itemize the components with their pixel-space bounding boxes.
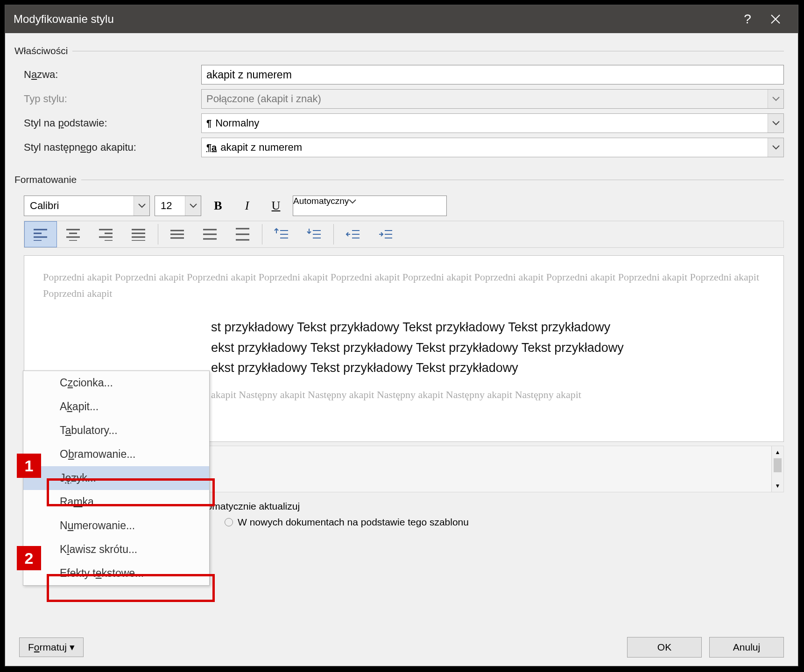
pilcrow-icon: ¶ <box>206 118 212 129</box>
scrollbar[interactable]: ▲ ▼ <box>771 446 783 492</box>
chevron-down-icon[interactable] <box>134 196 149 216</box>
paragraph-toolbar <box>24 221 784 248</box>
align-left-button[interactable] <box>24 221 57 247</box>
close-button[interactable] <box>762 5 790 33</box>
align-center-button[interactable] <box>57 221 90 247</box>
chevron-down-icon[interactable] <box>349 196 356 216</box>
scroll-down-icon[interactable]: ▼ <box>772 480 783 492</box>
dialog-title: Modyfikowanie stylu <box>14 13 733 26</box>
menu-item-paragraph[interactable]: Akapit... <box>23 395 209 419</box>
chevron-down-icon <box>768 90 783 108</box>
menu-item-frame[interactable]: Ramka... <box>23 490 209 514</box>
indent-right-icon <box>378 228 393 241</box>
chevron-down-icon[interactable] <box>185 196 201 216</box>
align-right-icon <box>99 228 113 241</box>
indent-increase-button[interactable] <box>369 221 402 247</box>
font-size-combo[interactable]: 12 <box>155 196 201 216</box>
menu-item-language[interactable]: Język... <box>23 466 209 490</box>
align-justify-button[interactable] <box>122 221 155 247</box>
help-button[interactable]: ? <box>733 5 762 33</box>
format-menu: Czcionka... Akapit... Tabulatory... Obra… <box>23 371 210 586</box>
scroll-thumb[interactable] <box>774 458 782 472</box>
menu-item-numbering[interactable]: Numerowanie... <box>23 514 209 538</box>
linespacing-icon <box>203 228 218 241</box>
align-center-icon <box>66 228 81 241</box>
formatting-section-label: Formatowanie <box>5 162 798 189</box>
indent-left-icon <box>346 228 360 241</box>
dialog-buttons: Formatuj ▾ OK Anuluj <box>19 637 784 658</box>
chevron-down-icon[interactable] <box>768 114 783 133</box>
font-family-combo[interactable]: Calibri <box>24 196 150 216</box>
close-icon <box>770 14 781 24</box>
properties-fields: Nazwa: Typ stylu: Połączone (akapit i zn… <box>5 65 798 157</box>
align-justify-icon <box>131 228 146 241</box>
preview-before: Poprzedni akapit Poprzedni akapit Poprze… <box>43 269 765 301</box>
menu-item-text-effects[interactable]: Efekty tekstowe... <box>23 561 209 585</box>
scroll-up-icon[interactable]: ▲ <box>772 446 783 458</box>
font-color-combo[interactable]: Automatyczny <box>293 196 447 216</box>
nextstyle-combo[interactable]: ¶aakapit z numerem <box>201 138 784 157</box>
menu-item-tabs[interactable]: Tabulatory... <box>23 419 209 442</box>
align-left-icon <box>33 228 48 241</box>
basedon-label: Styl na podstawie: <box>24 117 201 129</box>
ok-button[interactable]: OK <box>627 637 702 658</box>
menu-item-font[interactable]: Czcionka... <box>23 371 209 395</box>
styletype-combo: Połączone (akapit i znak) <box>201 89 784 109</box>
styletype-label: Typ stylu: <box>24 93 201 105</box>
menu-item-border[interactable]: Obramowanie... <box>23 442 209 466</box>
radio-icon[interactable] <box>225 518 233 526</box>
properties-section-label: Właściwości <box>5 33 798 60</box>
linespacing-icon <box>235 228 250 241</box>
linespacing-1-button[interactable] <box>161 221 194 247</box>
linespacing-2-button[interactable] <box>226 221 259 247</box>
chevron-down-icon[interactable] <box>768 138 783 157</box>
font-toolbar: Calibri 12 B I U Automatyczny <box>5 196 798 216</box>
align-right-button[interactable] <box>90 221 122 247</box>
underline-button[interactable]: U <box>264 196 288 216</box>
indent-decrease-button[interactable] <box>337 221 369 247</box>
titlebar: Modyfikowanie stylu ? <box>5 5 798 33</box>
format-button[interactable]: Formatuj ▾ <box>19 637 84 657</box>
modify-style-dialog: Modyfikowanie stylu ? Właściwości Nazwa:… <box>5 5 798 666</box>
name-input[interactable] <box>201 65 784 84</box>
linespacing-15-button[interactable] <box>194 221 226 247</box>
spacing-before-inc-button[interactable] <box>265 221 298 247</box>
pilcrow-underline-icon: ¶a <box>206 142 217 153</box>
cancel-button[interactable]: Anuluj <box>709 637 784 658</box>
spacing-before-dec-button[interactable] <box>298 221 331 247</box>
italic-button[interactable]: I <box>235 196 259 216</box>
nextstyle-label: Styl następnego akapitu: <box>24 141 201 154</box>
preview-sample: st przykładowy Tekst przykładowy Tekst p… <box>43 317 765 378</box>
new-docs-label: W nowych dokumentach na podstawie tego s… <box>238 517 469 528</box>
spacing-down-icon <box>307 228 322 241</box>
spacing-up-icon <box>274 228 289 241</box>
bold-button[interactable]: B <box>206 196 230 216</box>
name-label: Nazwa: <box>24 69 201 81</box>
linespacing-icon <box>170 228 185 241</box>
basedon-combo[interactable]: ¶Normalny <box>201 113 784 133</box>
menu-item-shortcut[interactable]: Klawisz skrótu... <box>23 538 209 561</box>
